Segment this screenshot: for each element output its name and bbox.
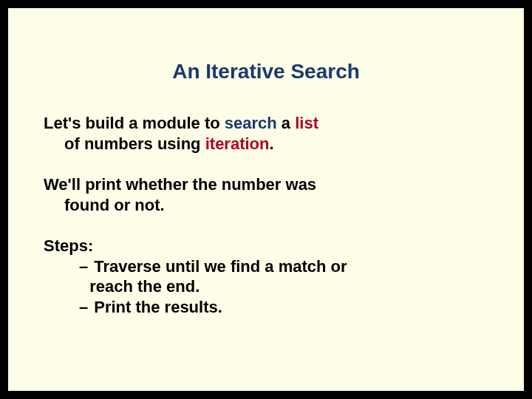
bullet-text: Traverse until we find a match or [94, 256, 488, 277]
paragraph-steps: Steps: – Traverse until we find a match … [44, 236, 488, 317]
intro-line-2: of numbers using iteration. [44, 134, 488, 154]
bullet-text: Print the results. [94, 297, 488, 318]
bullet-text: reach the end. [89, 276, 488, 297]
slide: An Iterative Search Let's build a module… [6, 6, 526, 393]
print-line-1: We'll print whether the number was [44, 174, 488, 195]
intro-line-1: Let's build a module to search a list [44, 113, 488, 134]
bullet-1-cont: reach the end. [79, 276, 488, 297]
keyword-list: list [295, 114, 318, 132]
slide-body: Let's build a module to search a list of… [44, 113, 488, 317]
text-fragment: Let's build a module to [44, 114, 225, 132]
bullet-dash-spacer [79, 276, 89, 297]
bullet-2: – Print the results. [79, 297, 488, 318]
paragraph-print: We'll print whether the number was found… [44, 174, 488, 215]
bullet-dash: – [79, 256, 94, 277]
steps-label: Steps: [44, 236, 488, 256]
text-fragment: of numbers using [64, 134, 205, 153]
print-line-2: found or not. [44, 195, 488, 216]
slide-title: An Iterative Search [44, 60, 488, 83]
keyword-search: search [225, 114, 277, 132]
keyword-iteration: iteration. [205, 134, 274, 153]
text-fragment: a [277, 114, 295, 132]
paragraph-intro: Let's build a module to search a list of… [44, 113, 488, 154]
steps-bullets: – Traverse until we find a match or reac… [44, 256, 488, 318]
bullet-1: – Traverse until we find a match or [79, 256, 488, 277]
bullet-dash: – [79, 297, 94, 318]
